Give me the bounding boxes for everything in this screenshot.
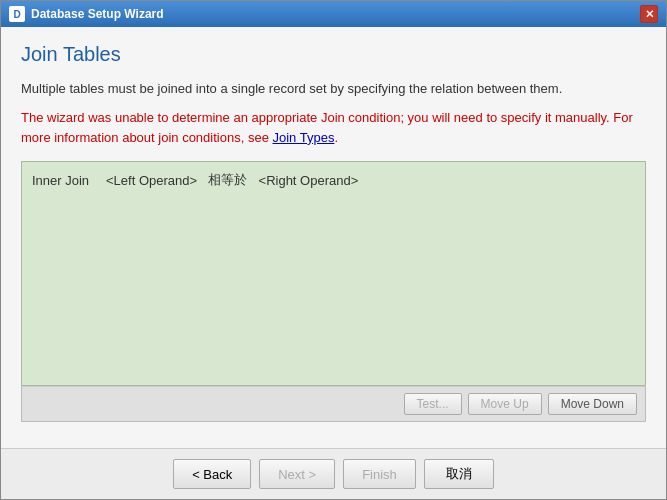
next-button[interactable]: Next > [259, 459, 335, 489]
cancel-button[interactable]: 取消 [424, 459, 494, 489]
join-types-link[interactable]: Join Types [272, 130, 334, 145]
warning-text: The wizard was unable to determine an ap… [21, 108, 646, 147]
left-operand-cell: <Left Operand> [106, 173, 197, 188]
warning-suffix: . [334, 130, 338, 145]
footer: < Back Next > Finish 取消 [1, 448, 666, 499]
join-type-cell: Inner Join [32, 173, 102, 188]
titlebar-icon: D [9, 6, 25, 22]
window: D Database Setup Wizard ✕ Join Tables Mu… [0, 0, 667, 500]
move-down-button[interactable]: Move Down [548, 393, 637, 415]
join-panel: Inner Join <Left Operand> 相等於 <Right Ope… [21, 161, 646, 422]
join-row: Inner Join <Left Operand> 相等於 <Right Ope… [28, 168, 639, 192]
join-bottom-bar: Test... Move Up Move Down [21, 386, 646, 422]
close-button[interactable]: ✕ [640, 5, 658, 23]
titlebar-left: D Database Setup Wizard [9, 6, 164, 22]
page-title: Join Tables [21, 43, 646, 66]
right-operand-cell: <Right Operand> [251, 173, 358, 188]
titlebar: D Database Setup Wizard ✕ [1, 1, 666, 27]
join-table-area[interactable]: Inner Join <Left Operand> 相等於 <Right Ope… [21, 161, 646, 386]
main-content: Join Tables Multiple tables must be join… [1, 27, 666, 448]
move-up-button[interactable]: Move Up [468, 393, 542, 415]
titlebar-title: Database Setup Wizard [31, 7, 164, 21]
operator-cell: 相等於 [201, 171, 247, 189]
finish-button[interactable]: Finish [343, 459, 416, 489]
back-button[interactable]: < Back [173, 459, 251, 489]
test-button[interactable]: Test... [404, 393, 462, 415]
description-text: Multiple tables must be joined into a si… [21, 80, 646, 98]
